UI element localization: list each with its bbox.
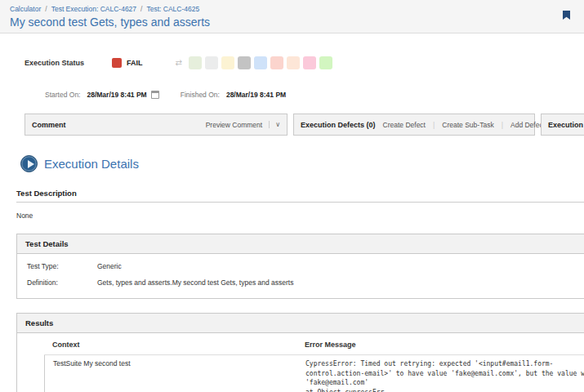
breadcrumb: Calculator/Test Execution: CALC-4627/Tes…	[10, 5, 574, 13]
change-status-arrows-icon[interactable]: ⇄	[176, 59, 182, 67]
results-body: Context Error Message TestSuite My secon…	[17, 333, 584, 392]
play-icon	[20, 155, 38, 172]
test-description-value: None	[16, 212, 584, 220]
breadcrumb-separator: /	[45, 5, 47, 13]
action-separator: |	[502, 121, 503, 129]
execution-evidence-title: Execution Evidence	[548, 121, 584, 129]
panels-row: Comment Preview Comment ∨ Execution Defe…	[25, 114, 584, 136]
create-defect-button[interactable]: Create Defect	[383, 121, 426, 129]
execution-evidence-panel-header: Execution Evidence	[541, 114, 584, 136]
error-message-column-header: Error Message	[305, 341, 584, 349]
started-on-value[interactable]: 28/Mar/19 8:41 PM	[87, 91, 146, 99]
test-description-title: Test Description	[16, 189, 584, 203]
execution-defects-title: Execution Defects (0)	[301, 121, 376, 129]
page-title: My second test Gets, types and asserts	[10, 16, 574, 29]
test-type-label: Test Type:	[27, 262, 97, 270]
status-palette	[189, 56, 332, 69]
execution-status-value[interactable]: FAIL	[112, 58, 143, 68]
test-details-header: Test Details	[17, 234, 584, 254]
action-separator: |	[433, 121, 435, 129]
error-line: at Object.cypressErr	[305, 388, 584, 392]
fail-status-square	[112, 58, 122, 68]
comment-panel-title: Comment	[32, 121, 66, 129]
results-box: Results Context Error Message TestSuite …	[16, 313, 584, 392]
test-details-body: Test Type: Generic Definition: Gets, typ…	[17, 254, 584, 298]
breadcrumb-separator: /	[140, 5, 142, 13]
definition-value: Gets, types and asserts.My second test G…	[97, 278, 293, 287]
status-color-swatch[interactable]	[221, 56, 234, 69]
definition-label: Definition:	[27, 278, 97, 287]
definition-row: Definition: Gets, types and asserts.My s…	[27, 278, 584, 287]
calendar-icon[interactable]	[151, 91, 159, 99]
execution-status-label: Execution Status	[25, 59, 84, 67]
error-line: CypressError: Timed out retrying: expect…	[305, 359, 584, 369]
execution-details-heading-text: Execution Details	[44, 157, 139, 171]
status-color-swatch[interactable]	[319, 56, 332, 69]
results-table-header: Context Error Message	[44, 341, 584, 354]
chevron-down-icon[interactable]: ∨	[269, 121, 280, 128]
test-details-box: Test Details Test Type: Generic Definiti…	[16, 234, 584, 299]
status-color-swatch[interactable]	[270, 56, 283, 69]
comment-panel-header: Comment Preview Comment ∨	[25, 114, 288, 136]
breadcrumb-test-execution-link[interactable]: Test Execution: CALC-4627	[51, 5, 136, 13]
status-color-swatch[interactable]	[205, 56, 218, 69]
error-line: 'fake@email.com'	[305, 378, 584, 388]
test-description-section: Test Description None	[16, 189, 584, 220]
preview-comment-button[interactable]: Preview Comment	[206, 121, 262, 129]
result-row: TestSuite My second test CypressError: T…	[44, 355, 584, 392]
execution-details-heading: Execution Details	[20, 155, 584, 172]
status-color-swatch[interactable]	[238, 56, 251, 69]
started-on-label: Started On:	[45, 91, 80, 99]
test-type-row: Test Type: Generic	[27, 262, 584, 270]
dates-row: Started On: 28/Mar/19 8:41 PM Finished O…	[45, 89, 584, 100]
finished-on-value[interactable]: 28/Mar/19 8:41 PM	[226, 91, 286, 99]
breadcrumb-test-link[interactable]: Test: CALC-4625	[146, 5, 199, 13]
status-color-swatch[interactable]	[287, 56, 300, 69]
page: Calculator/Test Execution: CALC-4627/Tes…	[0, 0, 584, 392]
test-type-value: Generic	[97, 262, 122, 270]
breadcrumb-project-link[interactable]: Calculator	[10, 5, 41, 13]
status-color-swatch[interactable]	[254, 56, 267, 69]
finished-on-label: Finished On:	[181, 91, 220, 99]
results-header: Results	[17, 314, 584, 333]
fail-status-text: FAIL	[127, 59, 143, 67]
execution-status-row: Execution Status FAIL ⇄	[25, 56, 584, 69]
context-cell: TestSuite My second test	[45, 359, 305, 392]
error-message-cell: CypressError: Timed out retrying: expect…	[305, 359, 584, 392]
error-line: control.action-email>' to have value 'fa…	[305, 369, 584, 379]
page-header: Calculator/Test Execution: CALC-4627/Tes…	[0, 0, 584, 33]
status-color-swatch[interactable]	[189, 56, 202, 69]
context-column-header: Context	[44, 341, 305, 349]
create-sub-task-button[interactable]: Create Sub-Task	[442, 121, 493, 129]
status-color-swatch[interactable]	[303, 56, 316, 69]
execution-defects-panel-header: Execution Defects (0) Create Defect | Cr…	[293, 114, 535, 136]
